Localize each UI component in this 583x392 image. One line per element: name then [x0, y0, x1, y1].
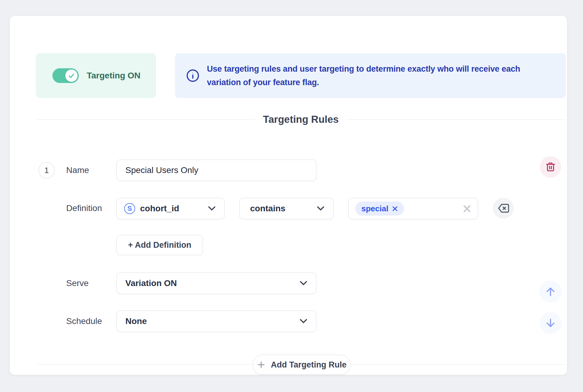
add-definition-button[interactable]: + Add Definition [116, 235, 203, 255]
targeting-toggle[interactable] [52, 68, 79, 83]
backspace-icon [497, 202, 509, 214]
info-banner: Use targeting rules and user targeting t… [175, 53, 566, 98]
s-circle-icon: S [124, 203, 135, 214]
targeting-toggle-label: Targeting ON [87, 71, 140, 81]
serve-dropdown[interactable]: Variation ON [116, 273, 316, 294]
definition-label: Definition [66, 203, 102, 213]
chevron-down-icon [208, 206, 216, 211]
definition-values-input[interactable]: special [348, 198, 478, 219]
section-title: Targeting Rules [263, 114, 339, 125]
tag-remove-x-icon[interactable] [392, 206, 398, 212]
schedule-label: Schedule [66, 316, 102, 326]
header-divider-right [347, 119, 566, 120]
section-header: Targeting Rules [36, 112, 566, 126]
header-divider-left [36, 119, 255, 120]
plus-icon [257, 360, 265, 369]
definition-field-value: cohort_id [140, 204, 179, 213]
rule-number: 1 [44, 166, 49, 175]
arrow-down-icon [545, 317, 556, 329]
chevron-down-icon [317, 206, 325, 211]
rule-name-input[interactable] [116, 160, 316, 181]
definition-operator-dropdown[interactable]: contains [239, 198, 333, 219]
schedule-value: None [125, 316, 147, 326]
clear-x-icon[interactable] [463, 205, 471, 213]
toggle-knob [65, 70, 78, 82]
value-tag-label: special [361, 204, 388, 213]
info-icon [186, 69, 200, 82]
add-targeting-rule-button[interactable]: Add Targeting Rule [253, 355, 351, 375]
add-definition-label: + Add Definition [128, 240, 192, 250]
clear-values-button[interactable] [493, 198, 514, 219]
definition-field-dropdown[interactable]: S cohort_id [116, 198, 225, 219]
targeting-toggle-box: Targeting ON [36, 53, 156, 98]
toggle-check-icon [68, 72, 75, 79]
serve-value: Variation ON [125, 278, 177, 288]
value-tag: special [355, 202, 404, 216]
move-rule-down-button[interactable] [539, 312, 562, 334]
serve-label: Serve [66, 278, 89, 288]
add-targeting-rule-label: Add Targeting Rule [271, 360, 347, 370]
trash-icon [545, 162, 556, 172]
move-rule-up-button[interactable] [539, 281, 562, 303]
name-label: Name [66, 165, 89, 175]
info-banner-text: Use targeting rules and user targeting t… [207, 62, 538, 89]
targeting-card: Targeting ON Use targeting rules and use… [10, 16, 567, 375]
arrow-up-icon [545, 286, 556, 297]
chevron-down-icon [299, 281, 307, 286]
delete-rule-button[interactable] [540, 156, 561, 178]
definition-operator-value: contains [250, 204, 285, 213]
rule-number-badge: 1 [38, 162, 55, 179]
chevron-down-icon [299, 318, 307, 324]
s-circle-icon-letter: S [128, 205, 132, 213]
schedule-dropdown[interactable]: None [116, 311, 316, 332]
